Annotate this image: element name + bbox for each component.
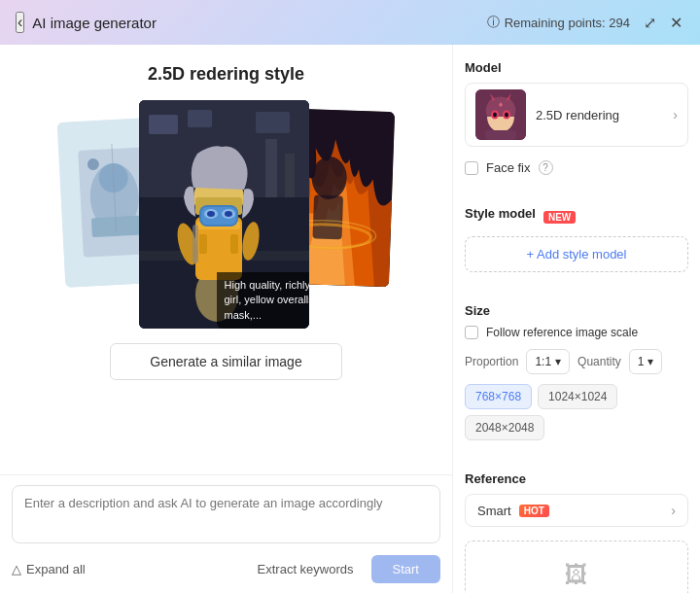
svg-point-29 — [207, 211, 215, 217]
svg-rect-11 — [256, 112, 290, 133]
page-title: AI image generator — [32, 15, 157, 31]
proportion-select[interactable]: 1:1 ▾ — [526, 349, 570, 374]
expand-all-button[interactable]: △ Expand all — [12, 562, 86, 576]
expand-icon[interactable]: ⤢ — [642, 12, 658, 34]
image-preview-area: 2.5D redering style — [0, 45, 452, 474]
close-button[interactable]: ✕ — [668, 12, 684, 34]
prompt-actions: △ Expand all Extract keywords Start — [12, 555, 440, 583]
model-name-text: 2.5D rendering — [536, 108, 663, 122]
extract-keywords-button[interactable]: Extract keywords — [248, 555, 364, 583]
image-caption: High quality, richly detailed, 1 girl, y… — [217, 272, 309, 329]
help-icon[interactable]: ? — [539, 160, 553, 175]
follow-ref-checkbox[interactable] — [465, 326, 478, 339]
smart-row[interactable]: Smart HOT › — [465, 494, 688, 527]
upload-image-icon: 🖼 — [565, 561, 588, 588]
back-button[interactable]: ‹ — [16, 12, 24, 33]
image-collage: High quality, richly detailed, 1 girl, y… — [61, 100, 392, 324]
style-model-header: Style model NEW — [465, 206, 688, 228]
svg-rect-20 — [230, 234, 238, 254]
info-circle-icon: ⓘ — [487, 14, 500, 31]
svg-rect-19 — [199, 234, 207, 254]
svg-rect-9 — [149, 115, 178, 134]
svg-rect-10 — [188, 110, 212, 127]
size-pill-768[interactable]: 768×768 — [465, 384, 532, 409]
proportion-label: Proportion — [465, 355, 518, 368]
svg-rect-31 — [192, 225, 198, 263]
qty-dropdown-arrow-icon: ▾ — [648, 355, 653, 368]
add-style-button[interactable]: + Add style model — [465, 236, 688, 272]
style-model-section: Style model NEW + Add style model — [465, 206, 688, 272]
size-pill-1024[interactable]: 1024×1024 — [538, 384, 617, 409]
model-section-label: Model — [465, 60, 688, 75]
size-section-label: Size — [465, 303, 688, 318]
face-fix-label: Face fix — [486, 160, 531, 175]
header-icons: ⤢ ✕ — [642, 12, 684, 34]
prompt-area: △ Expand all Extract keywords Start — [0, 474, 452, 593]
face-fix-row: Face fix ? — [465, 160, 688, 175]
follow-ref-row: Follow reference image scale — [465, 326, 688, 339]
svg-rect-13 — [285, 154, 295, 197]
start-button[interactable]: Start — [371, 555, 440, 583]
left-panel: 2.5D redering style — [0, 45, 453, 593]
svg-point-42 — [505, 113, 508, 118]
expand-icon: △ — [12, 562, 21, 576]
smart-left: Smart HOT — [477, 504, 549, 518]
dropdown-arrow-icon: ▾ — [555, 355, 561, 368]
size-section: Size Follow reference image scale Propor… — [465, 303, 688, 440]
header-left: ‹ AI image generator — [16, 12, 157, 33]
follow-ref-label: Follow reference image scale — [486, 326, 638, 339]
quantity-label: Quantity — [578, 355, 621, 368]
prompt-right-actions: Extract keywords Start — [248, 555, 440, 583]
smart-chevron-icon: › — [671, 503, 676, 518]
svg-rect-34 — [312, 194, 343, 239]
style-model-label: Style model — [465, 206, 536, 221]
generate-similar-button[interactable]: Generate a similar image — [110, 343, 341, 380]
svg-rect-44 — [485, 130, 516, 140]
svg-point-41 — [493, 113, 497, 118]
collage-image-main: High quality, richly detailed, 1 girl, y… — [139, 100, 309, 329]
size-pill-2048[interactable]: 2048×2048 — [465, 415, 544, 440]
svg-rect-12 — [265, 139, 277, 197]
prompt-textarea[interactable] — [12, 485, 440, 543]
size-pills: 768×768 1024×1024 2048×2048 — [465, 384, 688, 440]
model-card[interactable]: 2.5D rendering › — [465, 83, 688, 147]
prop-qty-row: Proportion 1:1 ▾ Quantity 1 ▾ — [465, 349, 688, 374]
model-thumbnail — [475, 89, 526, 140]
chevron-right-icon: › — [673, 107, 678, 122]
remaining-points: ⓘ Remaining points: 294 — [487, 14, 630, 31]
app-header: ‹ AI image generator ⓘ Remaining points:… — [0, 0, 700, 45]
header-right: ⓘ Remaining points: 294 ⤢ ✕ — [487, 12, 684, 34]
smart-label: Smart — [477, 504, 511, 518]
right-panel: Model — [453, 45, 700, 593]
reference-section: Reference Smart HOT › — [465, 471, 688, 527]
reference-section-label: Reference — [465, 471, 688, 486]
quantity-select[interactable]: 1 ▾ — [629, 349, 663, 374]
face-fix-checkbox[interactable] — [465, 161, 478, 175]
main-layout: 2.5D redering style — [0, 45, 700, 593]
svg-point-30 — [225, 211, 232, 217]
model-section: Model — [465, 60, 688, 147]
preview-title: 2.5D redering style — [148, 64, 304, 85]
hot-badge: HOT — [519, 505, 549, 517]
upload-area: 🖼 Choose from gallary or Upload local im… — [465, 541, 688, 593]
new-badge: NEW — [543, 211, 576, 224]
